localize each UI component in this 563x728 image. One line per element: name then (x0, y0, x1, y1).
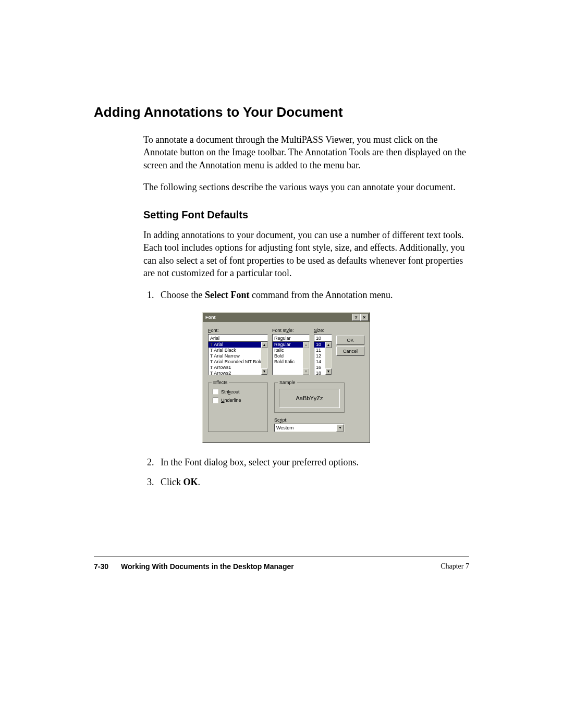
underline-checkbox[interactable] (213, 398, 218, 403)
body-paragraph-1: In adding annotations to your document, … (143, 229, 469, 279)
font-dialog-screenshot: Font ? × Font: Arial (202, 312, 469, 443)
footer-chapter: Chapter 7 (440, 562, 469, 571)
effects-label: Effects (212, 379, 229, 386)
list-item[interactable]: TArial Rounded MT Bold (209, 359, 267, 365)
list-item[interactable]: TArrows2 (209, 371, 267, 375)
scroll-down-icon[interactable]: ▼ (303, 368, 309, 375)
list-item[interactable]: TArial Black (209, 348, 267, 353)
cancel-button[interactable]: Cancel (336, 347, 364, 356)
help-icon[interactable]: ? (352, 314, 360, 321)
script-label: Script: (274, 417, 345, 423)
dialog-title: Font (205, 314, 216, 320)
size-label: Size: (314, 327, 332, 334)
sample-label: Sample (278, 379, 297, 386)
font-input[interactable]: Arial (208, 334, 268, 341)
effects-group: Effects Strikeout Underline (208, 382, 268, 432)
style-input[interactable]: Regular (272, 334, 310, 341)
intro-paragraph-2: The following sections describe the vari… (143, 181, 469, 193)
scrollbar[interactable]: ▲ ▼ (325, 342, 332, 375)
scroll-up-icon[interactable]: ▲ (303, 342, 309, 348)
footer-section: Working With Documents in the Desktop Ma… (121, 562, 294, 571)
scroll-down-icon[interactable]: ▼ (261, 368, 267, 375)
scrollbar[interactable]: ▲ ▼ (261, 342, 267, 375)
size-input[interactable]: 10 (314, 334, 332, 341)
step-2: In the Font dialog box, select your pref… (156, 456, 469, 468)
document-page: Adding Annotations to Your Document To a… (0, 0, 563, 597)
dialog-titlebar[interactable]: Font ? × (203, 313, 370, 322)
font-dialog: Font ? × Font: Arial (202, 312, 370, 443)
footer-rule (94, 557, 469, 557)
strikeout-checkbox[interactable] (213, 389, 218, 394)
close-icon[interactable]: × (360, 314, 369, 321)
script-combo[interactable]: Western ▼ (274, 424, 345, 432)
subheading: Setting Font Defaults (143, 209, 469, 221)
underline-label: Underline (221, 397, 241, 403)
strikeout-label: Strikeout (221, 389, 240, 395)
scroll-up-icon[interactable]: ▲ (325, 342, 332, 348)
list-item[interactable]: TArial (209, 342, 267, 348)
style-listbox[interactable]: Regular Italic Bold Bold Italic ▲ ▼ (272, 341, 310, 375)
sample-preview: AaBbYyZz (279, 389, 340, 408)
list-item[interactable]: TArrows1 (209, 365, 267, 371)
style-label: Font style: (272, 327, 310, 334)
steps-list: Choose the Select Font command from the … (143, 289, 469, 488)
font-listbox[interactable]: TArial TArial Black TArial Narrow TArial… (208, 341, 268, 375)
ok-button[interactable]: OK (336, 336, 364, 345)
chevron-down-icon[interactable]: ▼ (336, 424, 344, 431)
page-title: Adding Annotations to Your Document (94, 104, 469, 120)
body-content: To annotate a document through the Multi… (143, 133, 469, 489)
list-item[interactable]: TArial Narrow (209, 353, 267, 359)
scroll-up-icon[interactable]: ▲ (261, 342, 267, 348)
sample-group: Sample AaBbYyZz (274, 382, 345, 413)
page-footer: 7-30 Working With Documents in the Deskt… (94, 562, 469, 571)
scroll-down-icon[interactable]: ▼ (325, 368, 332, 375)
page-number: 7-30 (94, 562, 108, 571)
scrollbar[interactable]: ▲ ▼ (303, 342, 309, 375)
step-3: Click OK. (156, 476, 469, 488)
intro-paragraph-1: To annotate a document through the Multi… (143, 133, 469, 171)
size-listbox[interactable]: 10 11 12 14 16 18 20 (314, 341, 332, 375)
font-label: Font: (208, 327, 268, 334)
step-1: Choose the Select Font command from the … (156, 289, 469, 443)
sample-script-column: Sample AaBbYyZz Script: Western ▼ (274, 382, 345, 432)
